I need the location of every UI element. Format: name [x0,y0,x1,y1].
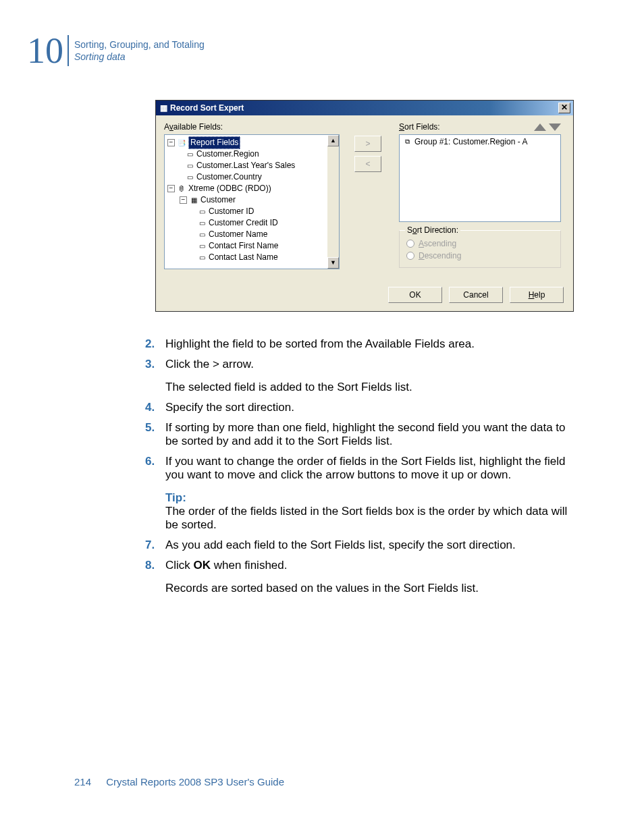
field-icon: ▭ [197,217,207,229]
step-8-body: Records are sorted based on the values i… [165,582,574,595]
step-3: Click the > arrow. The selected field is… [145,358,574,394]
field-icon: ▭ [185,148,194,160]
collapse-icon[interactable]: − [180,196,187,204]
ascending-radio[interactable]: Ascending [406,238,554,250]
dialog-body: Available Fields: − 📑 Report Fields ▭ Cu… [156,115,573,311]
collapse-icon[interactable]: − [167,185,175,192]
header-divider [68,35,69,66]
available-fields-tree[interactable]: − 📑 Report Fields ▭ Customer.Region ▭ Cu… [164,134,340,269]
help-button[interactable]: Help [510,287,564,303]
available-fields-label: Available Fields: [164,122,340,132]
field-icon: ▭ [197,229,207,240]
header-text: Sorting, Grouping, and Totaling Sorting … [74,38,205,63]
step-4: Specify the sort direction. [145,401,574,414]
tree-item[interactable]: Customer Name [209,229,267,240]
move-down-button[interactable] [549,123,561,131]
tree-item[interactable]: Customer ID [209,206,254,217]
radio-icon [406,252,414,260]
field-icon: ▭ [185,171,194,183]
page-header: 10 Sorting, Grouping, and Totaling Sorti… [27,32,205,69]
ok-button[interactable]: OK [388,287,442,303]
transfer-buttons: > < [354,136,381,172]
step-6: If you want to change the order of field… [145,455,574,532]
field-icon: ▭ [197,252,207,263]
step-8: Click OK when finished. Records are sort… [145,559,574,595]
dialog-title: Record Sort Expert [170,103,558,113]
radio-icon [406,240,414,248]
dialog-buttons: OK Cancel Help [388,287,564,303]
collapse-icon[interactable]: − [167,139,175,146]
section-title: Sorting data [74,51,205,63]
available-fields-column: Available Fields: − 📑 Report Fields ▭ Cu… [164,122,340,269]
move-up-button[interactable] [534,123,546,131]
tree-item[interactable]: Contact First Name [209,240,278,252]
tree-item[interactable]: Customer.Country [196,171,262,183]
datasource-icon: 🛢 [177,183,186,194]
step-5: If sorting by more than one field, highl… [145,421,574,448]
tree-item[interactable]: Customer.Last Year's Sales [196,160,295,171]
instruction-text: Highlight the field to be sorted from th… [145,337,574,602]
field-icon: ▭ [197,206,207,217]
add-button[interactable]: > [354,136,381,152]
page-number: 214 [74,776,91,788]
step-2: Highlight the field to be sorted from th… [145,337,574,351]
tree-item[interactable]: Customer.Region [196,148,259,160]
report-fields-icon: 📑 [177,137,186,148]
tip-body: The order of the fields listed in the So… [165,505,574,532]
field-icon: ▭ [197,240,207,252]
close-button[interactable]: ✕ [558,103,570,113]
dialog-icon: ▦ [160,103,167,113]
sort-fields-label: Sort Fields: [399,122,531,132]
scroll-track[interactable] [327,146,339,257]
page-footer: 214 Crystal Reports 2008 SP3 User's Guid… [74,776,284,788]
chapter-number: 10 [27,32,63,69]
dialog-titlebar[interactable]: ▦ Record Sort Expert ✕ [156,101,573,115]
table-icon: ▦ [189,194,198,206]
doc-title: Crystal Reports 2008 SP3 User's Guide [106,776,284,788]
cancel-button[interactable]: Cancel [449,287,503,303]
tree-item[interactable]: Customer Credit ID [209,217,278,229]
tree-item[interactable]: Customer [200,194,236,206]
tree-scrollbar[interactable]: ▲ ▼ [327,135,339,269]
scroll-down-button[interactable]: ▼ [327,257,339,269]
tree-item[interactable]: Xtreme (ODBC (RDO)) [188,183,271,194]
descending-radio[interactable]: Descending [406,250,554,262]
chapter-title: Sorting, Grouping, and Totaling [74,38,205,51]
remove-button[interactable]: < [354,156,381,172]
sort-fields-column: Sort Fields: ⧉ Group #1: Customer.Region… [399,122,561,268]
tip-label: Tip: [165,491,574,505]
sort-fields-list[interactable]: ⧉ Group #1: Customer.Region - A [399,134,561,222]
sort-direction-group: Sort Direction: Ascending Descending [399,230,561,268]
step-3-body: The selected field is added to the Sort … [165,381,574,394]
report-fields-node[interactable]: Report Fields [188,136,240,149]
scroll-up-button[interactable]: ▲ [327,135,339,146]
field-icon: ▭ [185,160,194,171]
sort-field-item[interactable]: Group #1: Customer.Region - A [414,137,527,146]
tree-item[interactable]: Contact Last Name [209,252,278,263]
group-icon: ⧉ [402,138,412,146]
sort-direction-label: Sort Direction: [405,225,460,235]
step-7: As you add each field to the Sort Fields… [145,539,574,552]
record-sort-expert-dialog: ▦ Record Sort Expert ✕ Available Fields:… [155,100,574,312]
